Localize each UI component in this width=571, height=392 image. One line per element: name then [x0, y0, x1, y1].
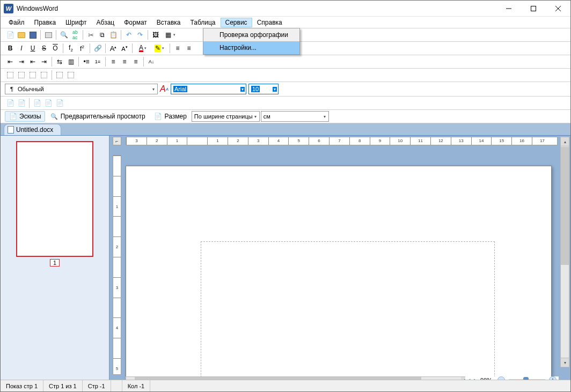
tab-width-button[interactable]: ⇆	[54, 56, 65, 67]
undo-button[interactable]: ↶	[123, 29, 134, 40]
folder-icon	[17, 31, 26, 39]
border1-button[interactable]	[5, 70, 16, 80]
page-blank-button[interactable]: 📄	[5, 98, 16, 108]
paste-icon: 📋	[109, 31, 118, 39]
grow-font-button[interactable]: A▴	[108, 43, 119, 54]
separator	[90, 43, 90, 53]
open-button[interactable]	[16, 29, 27, 40]
font-color-button[interactable]: A▾	[135, 43, 151, 54]
border4-button[interactable]	[39, 70, 49, 80]
ruler-corner[interactable]: ⌐	[113, 137, 121, 145]
line-spacing-button[interactable]: ≡	[130, 56, 141, 67]
undo-icon: ↶	[125, 31, 133, 39]
format-selectors: ¶ Обычный ▾ AA Arial ▾ 10 ▾	[1, 82, 570, 97]
view-row: 📄 Эскизы Предварительный просмотр 📄 Разм…	[1, 110, 570, 123]
thumbnails-icon: 📄	[9, 112, 17, 121]
vertical-scrollbar[interactable]: ▴ ▾	[560, 137, 569, 367]
page-copy-button[interactable]: 📄	[16, 98, 27, 108]
save-icon	[28, 31, 37, 39]
menu-format[interactable]: Формат	[119, 18, 152, 27]
sort-icon: A↓	[149, 59, 155, 64]
shrink-font-button[interactable]: A▾	[119, 43, 130, 54]
font-select[interactable]: Arial ▾	[171, 84, 246, 94]
new-doc-button[interactable]: 📄	[5, 29, 16, 40]
hanging-indent-button[interactable]: ⇥	[39, 56, 49, 67]
italic-button[interactable]: I	[16, 43, 27, 54]
menu-edit[interactable]: Правка	[30, 18, 61, 27]
document-tab[interactable]: Untitled.docx	[4, 124, 61, 135]
border5-button[interactable]	[54, 70, 65, 80]
align-center-button[interactable]: ≡	[184, 43, 194, 54]
redo-button[interactable]: ↷	[135, 29, 145, 40]
sort-button[interactable]: A↓	[146, 56, 157, 67]
thumbnails-button[interactable]: 📄 Эскизы	[5, 111, 45, 122]
border3-button[interactable]	[27, 70, 38, 80]
menu-help[interactable]: Справка	[252, 18, 287, 27]
scroll-down-button[interactable]: ▾	[561, 358, 569, 367]
underline-button[interactable]: U	[27, 43, 38, 54]
bullets-button[interactable]: •≡	[81, 56, 92, 67]
superscript-button[interactable]: f2	[77, 43, 87, 54]
vertical-ruler[interactable]: 12345678	[113, 155, 121, 375]
indent-right-button[interactable]: ⇥	[16, 56, 27, 67]
page-prev-button[interactable]: 📄	[32, 98, 42, 108]
page-next-button[interactable]: 📄	[43, 98, 54, 108]
page-canvas[interactable]	[126, 166, 552, 383]
replace-button[interactable]: abac	[70, 29, 80, 40]
columns-button[interactable]: ▥	[65, 56, 76, 67]
link-button[interactable]: 🔗	[92, 43, 103, 54]
menu-file[interactable]: Файл	[4, 18, 30, 27]
chevron-down-icon: ▾	[240, 87, 245, 92]
separator	[29, 98, 30, 108]
bold-button[interactable]: B	[5, 43, 16, 54]
preview-button[interactable]: Предварительный просмотр	[46, 111, 149, 122]
find-button[interactable]: 🔍	[58, 29, 69, 40]
print-button[interactable]	[43, 29, 54, 40]
menu-font[interactable]: Шрифт	[61, 18, 91, 27]
align-left-icon: ≡	[175, 45, 179, 52]
dropdown-settings[interactable]: Настройки...	[203, 41, 299, 54]
zoom-mode-select[interactable]: По ширине страницы ▾	[192, 111, 260, 122]
highlight-button[interactable]: ✎▾	[151, 43, 167, 54]
menu-paragraph[interactable]: Абзац	[92, 18, 120, 27]
insert-image-button[interactable]: 🖼	[150, 29, 161, 40]
border-icon	[56, 72, 63, 78]
strikethrough-button[interactable]: S	[39, 43, 49, 54]
close-button[interactable]	[546, 1, 570, 17]
copy-button[interactable]: ⧉	[97, 29, 107, 40]
font-format-icon: AA	[160, 85, 169, 93]
indent-left-button[interactable]: ⇤	[5, 56, 16, 67]
dropdown-spellcheck[interactable]: Проверка орфографии	[203, 28, 299, 41]
overline-button[interactable]: O	[50, 43, 61, 54]
pagesize-button[interactable]: 📄 Размер	[150, 111, 191, 122]
menu-table[interactable]: Таблица	[185, 18, 220, 27]
unit-value: см	[263, 113, 270, 120]
insert-table-button[interactable]: ▦▾	[162, 29, 178, 40]
size-select[interactable]: 10 ▾	[248, 84, 279, 94]
page-delete-button[interactable]: 📄	[54, 98, 65, 108]
menu-service[interactable]: Сервис	[221, 18, 252, 27]
border6-button[interactable]	[65, 70, 76, 80]
scroll-up-button[interactable]: ▴	[561, 137, 569, 146]
first-line-indent-button[interactable]: ⇤	[27, 56, 38, 67]
border2-button[interactable]	[16, 70, 27, 80]
indent-right-icon: ⇥	[19, 58, 24, 65]
statusbar: Показ стр 1 Стр 1 из 1 Стр -1 Кол -1	[1, 380, 570, 391]
save-button[interactable]	[27, 29, 38, 40]
style-select[interactable]: ¶ Обычный ▾	[5, 84, 158, 94]
maximize-button[interactable]	[521, 1, 546, 17]
horizontal-ruler[interactable]: 3211234567891011121314151617	[126, 137, 558, 145]
spacing-before-button[interactable]: ≡	[108, 56, 119, 67]
paste-button[interactable]: 📋	[108, 29, 119, 40]
spacing-after-button[interactable]: ≡	[119, 56, 130, 67]
cut-button[interactable]: ✂	[85, 29, 96, 40]
numbering-button[interactable]: 1≡	[92, 56, 103, 67]
scroll-thumb[interactable]	[561, 147, 569, 265]
unit-select[interactable]: см ▾	[261, 111, 329, 122]
style-icon: ¶	[8, 85, 16, 93]
minimize-button[interactable]	[496, 1, 521, 17]
menu-insert[interactable]: Вставка	[152, 18, 186, 27]
page-thumbnail[interactable]	[16, 141, 93, 257]
align-left-button[interactable]: ≡	[172, 43, 183, 54]
subscript-button[interactable]: f2	[65, 43, 76, 54]
